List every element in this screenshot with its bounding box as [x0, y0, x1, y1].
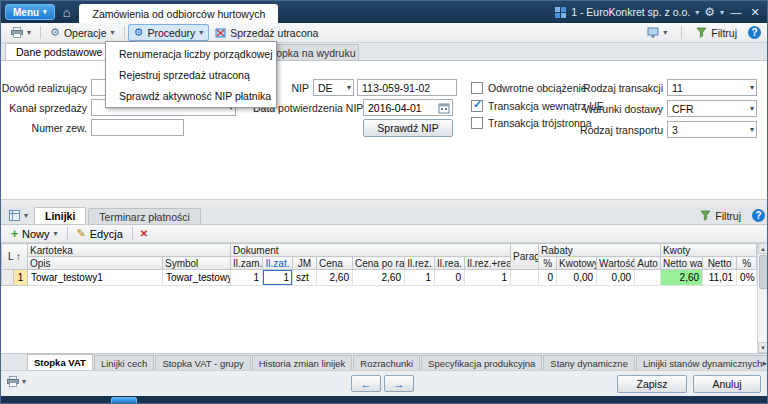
previous-record-button[interactable]: ←: [351, 375, 381, 392]
column-header-wartosc[interactable]: Wartość: [597, 257, 635, 270]
tab-stany-dynamiczne[interactable]: Stany dynamiczne: [543, 355, 635, 370]
column-header-auto[interactable]: Auto: [635, 257, 661, 270]
cell-cena[interactable]: 2,60: [317, 270, 353, 286]
scroll-up-icon[interactable]: ▲: [758, 243, 768, 254]
sprzedaz-utracona-button[interactable]: Sprzedaż utracona: [209, 24, 324, 41]
company-selector[interactable]: 1 - EuroKonkret sp. z o.o.: [571, 6, 690, 18]
group-header-kartoteka[interactable]: Kartoteka: [28, 244, 231, 257]
menu-item-sprawdz-aktywnosc-nip[interactable]: Sprawdź aktywność NIP płatnika: [107, 85, 275, 106]
column-header-cena-po-rab[interactable]: Cena po rab.: [353, 257, 405, 270]
filter-button[interactable]: Filtruj: [690, 24, 743, 41]
help-button[interactable]: ?: [748, 26, 761, 39]
column-header-il-zam[interactable]: Il.zam.: [231, 257, 263, 270]
cell-rabat-kwotowy[interactable]: 0,00: [557, 270, 597, 286]
menu-item-renumeracja[interactable]: Renumeracja liczby porządkowej: [107, 43, 275, 64]
cell-editor[interactable]: 1: [263, 270, 292, 285]
group-header-kwoty[interactable]: Kwoty: [661, 244, 757, 257]
column-header-il-rez[interactable]: Il.rez.: [405, 257, 435, 270]
panel-splitter[interactable]: [1, 199, 768, 207]
row-number-cell[interactable]: 1: [14, 270, 28, 286]
column-header-lp[interactable]: L ↑: [2, 244, 28, 270]
cell-rabat-wartosc[interactable]: 0,00: [597, 270, 635, 286]
tab-linijki-stanow-dynamicznych[interactable]: Linijki stanów dynamicznych: [636, 355, 768, 370]
view-button[interactable]: ▾: [641, 24, 673, 41]
cell-il-rez[interactable]: 1: [405, 270, 435, 286]
tab-rozrachunki[interactable]: Rozrachunki: [353, 355, 420, 370]
nowy-button[interactable]: + Nowy ▾: [5, 225, 64, 242]
cell-opis[interactable]: Towar_testowy1: [28, 270, 163, 286]
anuluj-button[interactable]: Anuluj: [693, 375, 761, 393]
next-record-button[interactable]: →: [384, 375, 414, 392]
data-potwierdzenia-nip-input[interactable]: 2016-04-01: [363, 99, 453, 116]
column-header-il-rea[interactable]: Il.rea.: [435, 257, 465, 270]
menu-item-rejestruj-sprzedaz[interactable]: Rejestruj sprzedaż utraconą: [107, 64, 275, 85]
cell-cena-po-rab[interactable]: 2,60: [353, 270, 405, 286]
table-vertical-scrollbar[interactable]: ▲ ▼: [757, 243, 768, 353]
gear-icon[interactable]: ⚙: [704, 5, 715, 19]
cell-netto-wal[interactable]: 2,60: [661, 270, 703, 286]
column-header-il-rez-rea[interactable]: Il.rez.+rea.: [465, 257, 511, 270]
lines-panel-options-button[interactable]: ▾: [3, 208, 34, 223]
calendar-icon[interactable]: [438, 102, 450, 114]
scrollbar-thumb[interactable]: [759, 255, 768, 289]
sprawdz-nip-button[interactable]: Sprawdź NIP: [363, 119, 453, 137]
column-header-paragon[interactable]: Paragon: [511, 244, 539, 270]
operacje-button[interactable]: ⚙ Operacje ▾: [44, 24, 121, 41]
column-header-il-zat[interactable]: Il.zat.: [263, 257, 293, 270]
group-header-rabaty[interactable]: Rabaty: [539, 244, 661, 257]
window-close-button[interactable]: ✕: [748, 6, 762, 19]
column-header-cena[interactable]: Cena: [317, 257, 353, 270]
lines-help-button[interactable]: ?: [752, 209, 765, 222]
background-menu-button[interactable]: [111, 397, 137, 404]
delete-row-button[interactable]: ✕: [136, 228, 152, 239]
tab-specyfikacja-produkcyjna[interactable]: Specyfikacja produkcyjna: [421, 355, 542, 370]
cell-il-zat-focused[interactable]: 1: [263, 270, 293, 286]
column-header-netto[interactable]: Netto: [703, 257, 737, 270]
cell-symbol[interactable]: Towar_testowy1: [163, 270, 231, 286]
nip-country-combobox[interactable]: DE ▾: [313, 79, 354, 96]
nip-input[interactable]: 113-059-91-02: [357, 79, 457, 96]
menu-button[interactable]: Menu ▾: [5, 4, 55, 20]
table-row[interactable]: 1 Towar_testowy1 Towar_testowy1 1 1 szt …: [2, 270, 757, 286]
cell-il-rea[interactable]: 0: [435, 270, 465, 286]
tab-terminarz-platnosci[interactable]: Terminarz płatności: [88, 208, 200, 224]
lines-filter-button[interactable]: Filtruj: [694, 207, 747, 224]
chevron-down-icon[interactable]: ▾: [720, 8, 724, 17]
row-marker-cell[interactable]: [2, 270, 14, 286]
cell-vat[interactable]: 0%: [737, 270, 757, 286]
cell-paragon[interactable]: [511, 270, 539, 286]
numer-zew-input[interactable]: [91, 119, 184, 136]
tab-linijki-cech[interactable]: Linijki cech: [94, 355, 154, 370]
tab-stopka-vat[interactable]: Stopka VAT: [27, 354, 93, 370]
zapisz-button[interactable]: Zapisz: [617, 375, 687, 393]
tab-linijki[interactable]: Linijki: [34, 207, 86, 224]
cell-jm[interactable]: szt: [293, 270, 317, 286]
cell-rabat-proc[interactable]: 0: [539, 270, 557, 286]
home-icon[interactable]: ⌂: [63, 5, 71, 20]
footer-print-button[interactable]: ▾: [7, 376, 26, 387]
procedury-button[interactable]: ⚙ Procedury ▾: [128, 24, 210, 41]
rodzaj-transportu-combobox[interactable]: 3 ▾: [667, 121, 757, 138]
cell-il-rez-rea[interactable]: 1: [465, 270, 511, 286]
cell-netto[interactable]: 11,01: [703, 270, 737, 286]
tabs-scroll-right-icon[interactable]: ▸: [762, 358, 767, 368]
scroll-down-icon[interactable]: ▼: [758, 342, 768, 353]
rodzaj-transakcji-combobox[interactable]: 11 ▾: [667, 79, 757, 96]
tab-dane-podstawowe[interactable]: Dane podstawowe: [5, 43, 113, 60]
column-header-opis[interactable]: Opis: [28, 257, 163, 270]
column-header-kwotowy[interactable]: Kwotowy: [557, 257, 597, 270]
column-header-jm[interactable]: JM: [293, 257, 317, 270]
column-header-netto-wal[interactable]: Netto wal.: [661, 257, 703, 270]
chevron-down-icon[interactable]: ▾: [695, 8, 699, 17]
cell-il-zam[interactable]: 1: [231, 270, 263, 286]
edycja-button[interactable]: ✎ Edycja: [71, 225, 129, 242]
tab-historia-zmian-linijek[interactable]: Historia zmian linijek: [252, 355, 353, 370]
group-header-dokument[interactable]: Dokument: [231, 244, 511, 257]
tab-stopka-vat-grupy[interactable]: Stopka VAT - grupy: [155, 355, 250, 370]
print-button[interactable]: ▾: [5, 24, 37, 41]
window-minimize-button[interactable]: —: [729, 6, 743, 18]
column-header-symbol[interactable]: Symbol: [163, 257, 231, 270]
column-header-vat[interactable]: %: [737, 257, 757, 270]
warunki-dostawy-combobox[interactable]: CFR ▾: [667, 100, 757, 117]
cell-auto[interactable]: [635, 270, 661, 286]
